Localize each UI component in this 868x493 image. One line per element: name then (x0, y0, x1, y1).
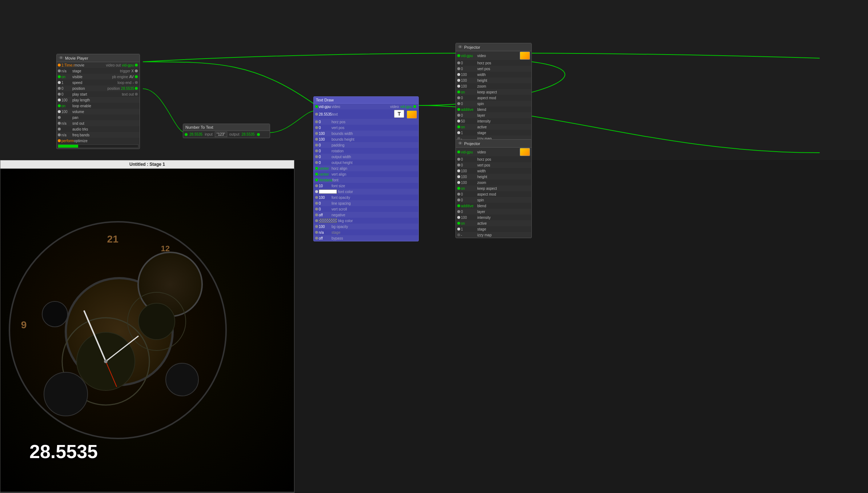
dot-ntt-output (257, 133, 260, 136)
movie-player-row-volume: 100 volume (57, 109, 140, 115)
proj1-row-intensity: 50 intensity (456, 118, 531, 124)
dot-proj1-horzpos (457, 61, 460, 64)
dot-proj2-izzymap (457, 233, 460, 236)
td-row-outputheight: 0 output height (314, 160, 418, 165)
dot-td-horzalign (315, 167, 318, 170)
dot-td-vertscroll (315, 208, 318, 211)
td-row-rotation: 0 rotation (314, 148, 418, 154)
dot-td-linespacing (315, 202, 318, 205)
proj1-label-keepaspect: keep aspect (477, 90, 530, 94)
clock-num-4: 4 (53, 383, 59, 395)
label-stage: stage (72, 69, 120, 73)
td-row-vertscroll: 0 vert scroll (314, 206, 418, 212)
dot-td-fontcolor (315, 190, 318, 193)
proj2-label-intensity: intensity (477, 216, 530, 220)
dot-audiotrks (58, 128, 61, 131)
movie-player-header: 👁 Movie Player (57, 54, 140, 62)
td-val-outputheight: 0 (319, 161, 331, 165)
movie-player-eye-icon: 👁 (59, 55, 64, 61)
td-label-boundsheight: bounds height (331, 137, 364, 141)
dot-volume (58, 110, 61, 113)
text-draw-title: Text Draw (316, 98, 334, 102)
dot-td-outputheight (315, 161, 318, 164)
dot-movie (58, 64, 61, 67)
td-val-font: Verdana (319, 178, 332, 182)
dot-td-padding (315, 144, 318, 147)
td-val-bgopacity: 100 (319, 225, 331, 229)
proj1-row-stage: 1 stage (456, 130, 531, 136)
val-na3: n/a (61, 133, 72, 137)
dot-proj1-video (457, 54, 460, 57)
overlay-number: 28.5535 (29, 441, 98, 462)
projector1-node: 👁 Projector vid-gpu video 0 horz pos 0 v… (455, 43, 532, 142)
td-row-vertpos: 0 vert pos (314, 125, 418, 131)
td-row-horzpos: 0 horz pos (314, 119, 418, 125)
proj1-val-active: on (461, 125, 477, 129)
label-pbengine: pb engine (112, 75, 128, 79)
proj1-label-spin: spin (477, 102, 530, 106)
proj1-val-stage: 1 (461, 131, 477, 135)
proj1-val-horzpos: 0 (461, 61, 477, 65)
td-row-outputwidth: 0 output width (314, 154, 418, 160)
number-to-text-node: Number To Text 28.5535 input "123" outpu… (183, 124, 270, 138)
proj1-label-active: active (477, 125, 530, 129)
td-val-rotation: 0 (319, 149, 331, 153)
dot-proj1-active (457, 125, 460, 128)
td-label-negative: negative (331, 213, 364, 217)
proj1-eye-icon: 👁 (458, 44, 463, 50)
movie-player-row-sndout: n/a snd out (57, 120, 140, 126)
td-checker (319, 219, 337, 223)
projector1-header: 👁 Projector (456, 43, 531, 51)
proj1-label-layer: layer (477, 113, 530, 117)
projector2-node: 👁 Projector vid-gpu video 0 horz pos 0 v… (455, 139, 532, 238)
label-visible: visible (72, 75, 112, 79)
proj2-val-layer: 0 (461, 210, 477, 214)
proj2-row-stage: 1 stage (456, 226, 531, 232)
proj1-label-intensity: intensity (477, 119, 530, 123)
label-trigger: trigger (120, 69, 130, 73)
stage-video: 21 12 9 4 28.5535 (0, 169, 294, 492)
text-draw-node: Text Draw vid-gpu video video vid-gpu 28… (313, 96, 419, 241)
dot-proj1-zoom (457, 85, 460, 88)
td-row-bkgcolor: bkg color (314, 218, 418, 224)
movie-player-row-pan: pan (57, 115, 140, 120)
td-color-white (319, 189, 337, 194)
dot-stage (58, 69, 61, 72)
proj2-label-spin: spin (477, 198, 530, 202)
label-loopend: loop end (117, 81, 131, 85)
td-val-horzalign: center (319, 167, 331, 171)
ntt-format: "123" (215, 132, 227, 137)
val-vidgpu: vid-gpu (122, 63, 134, 67)
td-label-horzalign: horz align (331, 167, 364, 171)
proj2-label-blend: blend (477, 204, 530, 208)
label-playstart: play start (72, 92, 122, 96)
movie-player-row-visible: on visible pb engine AV (57, 74, 140, 80)
proj2-val-video: vid-gpu (461, 150, 477, 154)
dot-loopenable (58, 104, 61, 107)
dot-speed (58, 81, 61, 84)
val-pos0: 0 (61, 87, 72, 91)
proj2-val-spin: 0 (461, 198, 477, 202)
dot-td-stage (315, 231, 318, 234)
proj1-row-height: 100 height (456, 77, 531, 83)
proj2-label-stage: stage (477, 227, 530, 231)
td-row-vertalign: center vert align (314, 171, 418, 177)
val-on1: on (61, 75, 72, 79)
val-pos-val: 28.5535 (121, 87, 134, 91)
td-label-outputwidth: output width (331, 155, 364, 159)
proj1-row-blend: additive blend (456, 107, 531, 112)
dot-td-boundswidth (315, 132, 318, 135)
movie-player-row-stage: n/a stage trigger X (57, 68, 140, 74)
dot-sndout (58, 122, 61, 125)
td-val-stage: n/a (319, 231, 331, 235)
dot-playlength (58, 99, 61, 101)
td-label-font: font (332, 178, 365, 182)
val-perform: perform (61, 139, 74, 143)
proj2-val-keepaspect: on (461, 187, 477, 191)
td-val-boundswidth: 100 (319, 132, 331, 136)
proj1-row-vertpos: 0 vert pos (456, 66, 531, 72)
label-playlength: play length (72, 98, 138, 102)
movie-player-row-optimize: perform optimize (57, 138, 140, 144)
dot-optimize (58, 139, 61, 142)
td-label-fontopacity: font opacity (331, 196, 364, 200)
